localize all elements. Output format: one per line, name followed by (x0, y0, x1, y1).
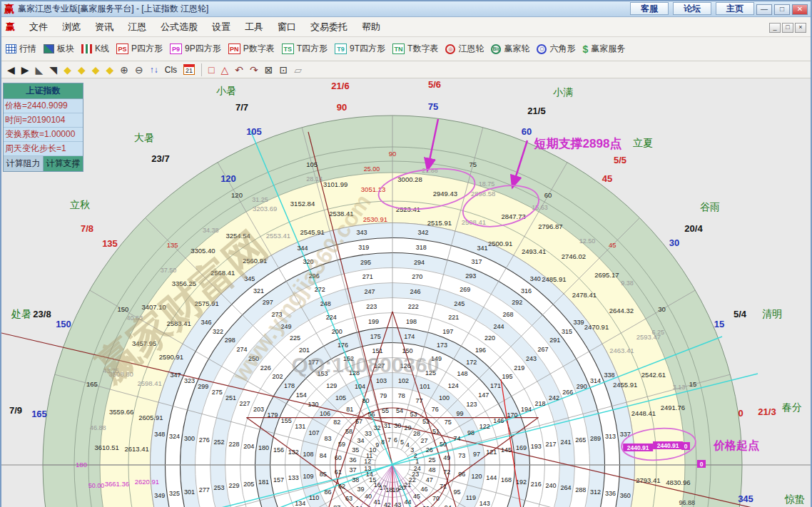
toolbar-item-kline[interactable]: K线 (81, 43, 109, 55)
svg-text:50: 50 (440, 441, 447, 448)
svg-text:148: 148 (457, 370, 467, 377)
svg-text:25: 25 (428, 456, 435, 464)
svg-text:199: 199 (368, 318, 379, 325)
diamond-up-icon[interactable]: ◆ (92, 63, 100, 77)
cls-icon[interactable]: Cls (165, 63, 177, 77)
rotate-ccw-icon[interactable]: ↶ (235, 63, 243, 77)
toolbar-item-9t-square[interactable]: T99T四方形 (335, 43, 385, 55)
wheel-outer-label: 惊蛰 (784, 493, 805, 505)
svg-text:297: 297 (263, 299, 273, 306)
menu-item-7[interactable]: 窗口 (270, 19, 303, 34)
toolbar-item-hexagon[interactable]: ⬡六角形 (537, 43, 575, 55)
toolbar-item-t-square[interactable]: TST四方形 (282, 43, 328, 55)
wheel-outer-label: 15 (714, 319, 724, 329)
svg-text:2553.41: 2553.41 (266, 232, 290, 240)
toolbar-item-t-number-table[interactable]: TNT数字表 (392, 43, 438, 55)
toolbar-item-gann-wheel[interactable]: ◎江恩轮 (445, 43, 484, 55)
svg-text:292: 292 (512, 299, 522, 306)
svg-text:291: 291 (549, 337, 560, 344)
toolbar-item-quotes[interactable]: 行情 (6, 43, 36, 55)
diamond-right-icon[interactable]: ◆ (78, 63, 86, 77)
svg-text:220: 220 (484, 334, 495, 342)
shrink-icon[interactable]: ⊡ (280, 63, 288, 77)
svg-text:3559.66: 3559.66 (109, 408, 133, 416)
svg-text:180: 180 (258, 444, 269, 451)
wheel-outer-label: 立夏 (633, 137, 653, 148)
arrow-right-icon[interactable]: ▶ (21, 63, 29, 77)
minimize-button[interactable]: — (756, 4, 772, 15)
menu-item-2[interactable]: 资讯 (88, 19, 121, 34)
svg-text:38: 38 (352, 476, 359, 483)
svg-text:90: 90 (389, 150, 397, 158)
updown-scale-icon[interactable]: ↑↓ (150, 63, 158, 77)
square-tool-icon[interactable]: □ (208, 63, 214, 77)
titlebar-button-2[interactable]: 主页 (716, 2, 754, 15)
svg-text:78: 78 (398, 392, 405, 399)
svg-text:181: 181 (258, 478, 269, 486)
ghost-box-icon[interactable]: ▱ (294, 63, 302, 77)
zoom-out-icon[interactable]: ⊖ (135, 63, 143, 77)
maximize-button[interactable]: □ (774, 4, 790, 15)
svg-text:264: 264 (560, 484, 571, 491)
menu-item-0[interactable]: 文件 (22, 19, 55, 34)
svg-text:2605.91: 2605.91 (138, 414, 163, 421)
arrow-up-left-icon[interactable]: ◣ (36, 63, 44, 77)
mdi-close-button[interactable]: × (795, 23, 806, 33)
toolbar-item-winner-service[interactable]: $赢家服务 (582, 43, 625, 55)
svg-text:299: 299 (198, 383, 208, 390)
menu-item-5[interactable]: 设置 (205, 19, 238, 34)
svg-text:123: 123 (467, 401, 477, 408)
toolbar-label-p-number-table: P数字表 (243, 43, 275, 55)
toolbar-item-9p-square[interactable]: P99P四方形 (170, 43, 221, 55)
svg-text:50.00: 50.00 (88, 482, 105, 489)
title-bar: 赢 赢家江恩专业版[赢家服务平台] - [上证指数 江恩轮] 客服论坛主页 —□… (1, 1, 811, 17)
svg-text:21.88: 21.88 (422, 167, 438, 174)
titlebar-button-0[interactable]: 客服 (630, 2, 669, 15)
menu-item-8[interactable]: 交易委托 (303, 19, 355, 34)
mdi-minimize-button[interactable]: _ (769, 23, 781, 33)
zoom-in-icon[interactable]: ⊕ (120, 63, 128, 77)
svg-text:6: 6 (394, 436, 397, 444)
hexagon-icon: ⬡ (537, 44, 547, 54)
toolbar-item-winner-wheel[interactable]: Big赢家轮 (491, 43, 529, 55)
rotate-cw-icon[interactable]: ↷ (250, 63, 258, 77)
svg-text:7: 7 (387, 436, 391, 444)
svg-text:243: 243 (526, 355, 537, 362)
menu-item-4[interactable]: 公式选股 (153, 19, 205, 34)
gann-wheel-chart-area[interactable]: 1234567891011121314151617181920212223242… (1, 78, 811, 507)
svg-text:178: 178 (284, 382, 295, 389)
diamond-left-icon[interactable]: ◆ (64, 63, 71, 77)
svg-text:122: 122 (479, 423, 490, 430)
svg-text:52: 52 (422, 418, 430, 425)
menu-item-9[interactable]: 帮助 (355, 19, 387, 34)
menu-item-3[interactable]: 江恩 (121, 19, 153, 34)
menu-item-6[interactable]: 工具 (238, 19, 270, 34)
svg-text:294: 294 (414, 259, 425, 266)
gann-wheel-canvas[interactable]: 1234567891011121314151617181920212223242… (1, 78, 811, 507)
svg-text:41: 41 (374, 498, 381, 506)
svg-text:34: 34 (357, 437, 365, 444)
svg-text:46.88: 46.88 (90, 424, 106, 431)
close-button[interactable]: ✕ (792, 4, 808, 15)
arrow-down-icon[interactable]: ◥ (49, 63, 57, 77)
drawing-toolbar: ◀▶◣◥◆◆◆◆⊕⊖↑↓Cls21□△↶↷⊠⊡▱ (1, 61, 811, 78)
svg-text:247: 247 (364, 288, 375, 295)
calendar-icon[interactable]: 21 (183, 64, 195, 75)
x-box-icon[interactable]: ⊠ (265, 63, 273, 77)
triangle-tool-icon[interactable]: △ (221, 63, 229, 77)
svg-text:200: 200 (332, 328, 342, 335)
toolbar-item-p-square[interactable]: PSP四方形 (116, 43, 163, 55)
diamond-down-icon[interactable]: ◆ (106, 63, 113, 77)
svg-text:80: 80 (362, 397, 369, 404)
menu-item-1[interactable]: 浏览 (55, 19, 88, 34)
mdi-restore-button[interactable]: □ (782, 23, 793, 33)
svg-text:2644.32: 2644.32 (609, 307, 634, 314)
toolbar-item-p-number-table[interactable]: PNP数字表 (228, 43, 275, 55)
panel-row-3: 周天变化步长=1 (4, 142, 83, 156)
calc-resistance-button[interactable]: 计算阻力 (4, 156, 44, 171)
arrow-left-icon[interactable]: ◀ (7, 63, 15, 77)
toolbar-item-sectors[interactable]: 板块 (44, 43, 74, 55)
titlebar-button-1[interactable]: 论坛 (673, 2, 711, 15)
svg-text:70: 70 (432, 495, 440, 502)
calc-support-button[interactable]: 计算支撑 (44, 156, 83, 171)
